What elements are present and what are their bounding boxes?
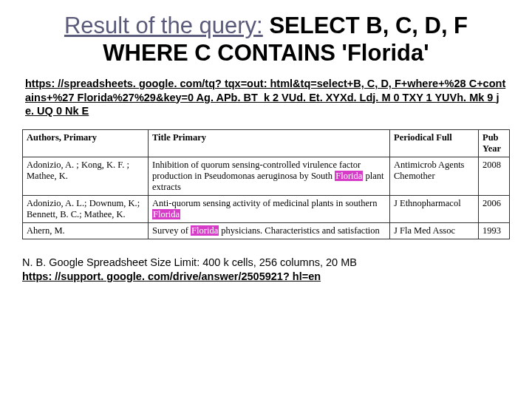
slide: Result of the query: SELECT B, C, D, F W… bbox=[0, 0, 532, 290]
results-table: Authors, Primary Title Primary Periodica… bbox=[22, 129, 510, 239]
title-prefix: Result of the query: bbox=[64, 13, 263, 38]
title-pre: Anti-quorum sensing activity of medicina… bbox=[152, 198, 377, 208]
table-row: Ahern, M. Survey of Florida physicians. … bbox=[23, 222, 510, 239]
nb-text: N. B. Google Spreadsheet Size Limit: 400… bbox=[22, 256, 357, 268]
highlight-florida: Florida bbox=[152, 209, 180, 219]
cell-title: Anti-quorum sensing activity of medicina… bbox=[149, 195, 390, 222]
cell-year: 2006 bbox=[479, 195, 510, 222]
cell-periodical: J Fla Med Assoc bbox=[390, 222, 479, 239]
query-url-link[interactable]: https: //spreadsheets. google. com/tq? t… bbox=[25, 77, 507, 117]
cell-authors: Adonizio, A. ; Kong, K. F. ; Mathee, K. bbox=[23, 157, 149, 195]
cell-periodical: Antimicrob Agents Chemother bbox=[390, 157, 479, 195]
col-title: Title Primary bbox=[149, 129, 390, 157]
cell-year: 2008 bbox=[479, 157, 510, 195]
nb-link[interactable]: https: //support. google. com/drive/answ… bbox=[22, 270, 321, 282]
col-authors: Authors, Primary bbox=[23, 129, 149, 157]
cell-authors: Ahern, M. bbox=[23, 222, 149, 239]
title-post: physicians. Characteristics and satisfac… bbox=[219, 225, 380, 236]
cell-title: Inhibition of quorum sensing-controlled … bbox=[149, 157, 390, 195]
cell-title: Survey of Florida physicians. Characteri… bbox=[149, 222, 390, 239]
col-periodical: Periodical Full bbox=[390, 129, 479, 157]
table-row: Adonizio, A. ; Kong, K. F. ; Mathee, K. … bbox=[23, 157, 510, 195]
title-pre: Survey of bbox=[152, 225, 191, 236]
highlight-florida: Florida bbox=[191, 225, 219, 236]
footnote: N. B. Google Spreadsheet Size Limit: 400… bbox=[22, 256, 510, 284]
cell-periodical: J Ethnopharmacol bbox=[390, 195, 479, 222]
cell-year: 1993 bbox=[479, 222, 510, 239]
title-pre: Inhibition of quorum sensing-controlled … bbox=[152, 160, 361, 181]
slide-title: Result of the query: SELECT B, C, D, F W… bbox=[22, 12, 510, 66]
table-row: Adonizio, A. L.; Downum, K.; Bennett, B.… bbox=[23, 195, 510, 222]
table-header-row: Authors, Primary Title Primary Periodica… bbox=[23, 129, 510, 157]
col-year: Pub Year bbox=[479, 129, 510, 157]
cell-authors: Adonizio, A. L.; Downum, K.; Bennett, B.… bbox=[23, 195, 149, 222]
highlight-florida: Florida bbox=[335, 171, 363, 181]
